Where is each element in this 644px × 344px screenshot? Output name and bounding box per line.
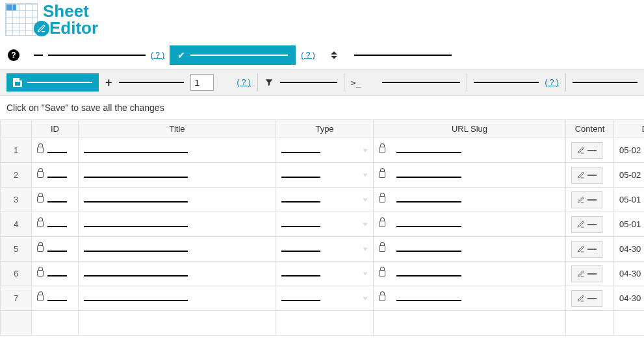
terminal-icon[interactable]: >_ [351,78,361,88]
lock-icon [379,221,385,227]
row-number[interactable]: 3 [1,188,32,212]
cell-title[interactable] [79,286,276,311]
pencil-icon [577,295,585,302]
save-message: Click on "Save" to save all the changes [0,96,644,119]
col-rownum[interactable] [1,120,32,138]
type-value [281,152,320,153]
col-slug[interactable]: URL Slug [374,120,566,138]
cell-slug[interactable] [374,163,566,188]
row-number[interactable] [1,311,32,336]
save-icon [13,78,22,87]
cell-id[interactable] [32,188,79,212]
toolbar2-label5 [573,82,638,83]
toolbar1-help-link-2[interactable]: ( ? ) [301,51,315,60]
edit-content-button[interactable] [571,290,602,307]
col-title[interactable]: Title [79,120,276,138]
lock-icon [37,295,44,301]
slug-value [396,300,461,301]
col-content[interactable]: Content [566,120,614,138]
toolbar2-help-link-1[interactable]: ( ? ) [237,78,251,87]
plus-icon[interactable]: + [105,76,112,90]
sort-icon[interactable] [331,50,341,60]
row-number[interactable]: 4 [1,212,32,237]
cell-type[interactable] [276,212,374,237]
col-id[interactable]: ID [32,120,79,138]
cell-content [566,237,614,262]
lock-icon [379,196,385,203]
title-value [84,201,188,203]
filter-icon[interactable] [264,78,274,87]
col-date[interactable]: D [614,120,645,138]
cell-content [566,188,614,212]
table-row [1,311,645,336]
cell-date[interactable]: 05-01 [614,188,645,212]
title-value [84,275,188,276]
cell-id[interactable] [32,286,79,311]
cell-title[interactable] [79,188,276,212]
cell-type[interactable] [276,237,374,262]
cell-title[interactable] [79,237,276,262]
lock-icon [379,171,385,178]
toolbar1-label2 [48,55,146,56]
cell-id[interactable] [32,163,79,188]
lock-icon [379,270,385,276]
type-value [281,251,320,252]
save-button[interactable] [6,73,99,92]
edit-content-button[interactable] [571,265,602,282]
cell-slug[interactable] [374,286,566,311]
toolbar2-help-link-2[interactable]: ( ? ) [545,78,559,87]
cell-type[interactable] [276,138,374,163]
row-number[interactable]: 2 [1,163,32,188]
cell-id[interactable] [32,262,79,286]
table-row: 6 04-30 [1,262,645,286]
edit-content-button[interactable] [571,191,602,208]
title-value [84,177,188,178]
cell-content [566,163,614,188]
toolbar1-help-link-1[interactable]: ( ? ) [151,51,164,60]
cell-slug[interactable] [374,262,566,286]
cell-id[interactable] [32,212,79,237]
row-number[interactable]: 7 [1,286,32,311]
cell-date[interactable]: 04-30 [614,262,645,286]
cell-id[interactable] [32,138,79,163]
cell-type[interactable] [276,262,374,286]
cell-slug[interactable] [374,138,566,163]
confirm-button[interactable]: ✔ [170,45,296,65]
toolbar2-filter-label [280,82,337,83]
cell-title[interactable] [79,163,276,188]
cell-date[interactable]: 04-30 [614,286,645,311]
cell-type[interactable] [276,286,374,311]
cell-content [566,138,614,163]
cell-date[interactable]: 05-02 [614,138,645,163]
help-icon[interactable]: ? [8,49,19,61]
id-value [47,275,67,276]
edit-content-button[interactable] [571,167,602,184]
cell-content [566,286,614,311]
cell-date[interactable]: 04-30 [614,237,645,262]
cell-title[interactable] [79,212,276,237]
title-value [84,251,188,252]
col-type[interactable]: Type [276,120,374,138]
cell-type[interactable] [276,188,374,212]
cell-title[interactable] [79,138,276,163]
cell-slug[interactable] [374,237,566,262]
cell-type[interactable] [276,163,374,188]
row-number[interactable]: 5 [1,237,32,262]
pencil-icon [577,147,585,154]
separator [565,73,566,92]
rows-count-input[interactable] [190,74,214,91]
cell-id[interactable] [32,237,79,262]
cell-date[interactable]: 05-01 [614,212,645,237]
edit-content-button[interactable] [571,241,602,258]
row-number[interactable]: 6 [1,262,32,286]
pencil-icon [577,171,585,179]
edit-content-button[interactable] [571,216,602,233]
id-value [47,177,67,178]
cell-date[interactable]: 05-02 [614,163,645,188]
cell-slug[interactable] [374,188,566,212]
id-value [47,300,67,301]
cell-slug[interactable] [374,212,566,237]
cell-title[interactable] [79,262,276,286]
edit-content-button[interactable] [571,142,602,159]
row-number[interactable]: 1 [1,138,32,163]
